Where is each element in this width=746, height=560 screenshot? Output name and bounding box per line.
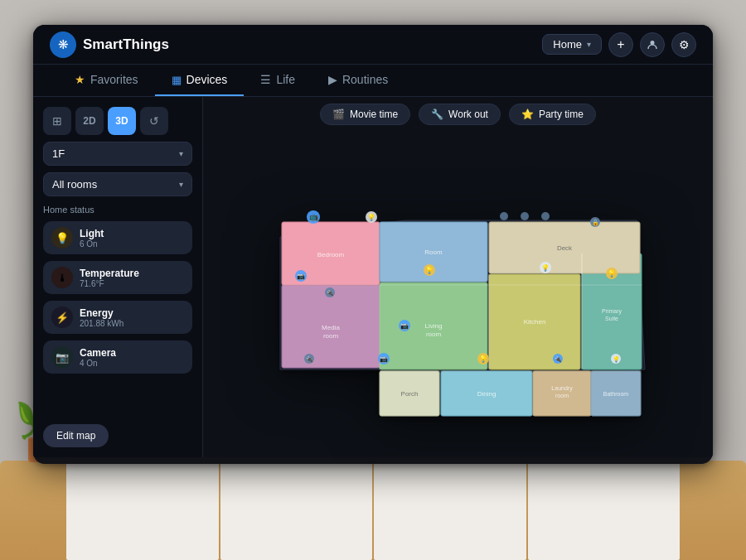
sidebar: ⊞ 2D 3D ↺ 1F ▾ All rooms ▾ Home status — [33, 97, 203, 457]
svg-point-63 — [500, 212, 508, 220]
light-icon: 💡 — [51, 227, 73, 249]
home-label: Home — [553, 38, 582, 51]
workout-icon: 🔧 — [431, 109, 443, 120]
home-status-title: Home status — [43, 205, 192, 215]
life-icon: ☰ — [260, 73, 271, 86]
status-card-light[interactable]: 💡 Light 6 On — [43, 221, 192, 254]
main-content: ⊞ 2D 3D ↺ 1F ▾ All rooms ▾ Home status — [33, 97, 713, 457]
tab-favorites[interactable]: ★ Favorites — [58, 65, 155, 96]
svg-text:Primary: Primary — [601, 308, 622, 315]
svg-text:room: room — [322, 332, 338, 340]
party-time-button[interactable]: ⭐ Party time — [509, 104, 596, 125]
status-card-temp[interactable]: 🌡 Temperature 71.6°F — [43, 261, 192, 294]
2d-view-button[interactable]: 2D — [75, 107, 104, 135]
tab-routines[interactable]: ▶ Routines — [312, 65, 404, 96]
svg-text:🔒: 🔒 — [591, 219, 598, 226]
light-info: Light 6 On — [80, 228, 104, 249]
svg-text:💡: 💡 — [612, 355, 619, 363]
svg-text:Suite: Suite — [605, 316, 618, 321]
svg-text:💡: 💡 — [608, 269, 616, 278]
svg-text:Living: Living — [424, 322, 442, 330]
svg-text:📷: 📷 — [297, 272, 305, 280]
svg-text:🔌: 🔌 — [326, 289, 333, 297]
temp-info: Temperature 71.6°F — [80, 268, 139, 288]
tab-routines-label: Routines — [342, 73, 388, 86]
3d-view-button[interactable]: 3D — [108, 107, 136, 135]
header-actions: Home ▾ + ⚙ — [542, 32, 696, 57]
home-selector[interactable]: Home ▾ — [542, 34, 602, 55]
routines-icon: ▶ — [328, 73, 337, 86]
tab-favorites-label: Favorites — [90, 73, 138, 86]
favorites-icon: ★ — [75, 73, 85, 86]
tab-life[interactable]: ☰ Life — [244, 65, 312, 96]
energy-info: Energy 201.88 kWh — [80, 307, 124, 328]
temp-label: Temperature — [80, 268, 139, 279]
svg-text:🔌: 🔌 — [554, 355, 561, 363]
profile-button[interactable] — [640, 32, 665, 57]
status-card-camera[interactable]: 📷 Camera 4 On — [43, 340, 192, 374]
light-value: 6 On — [80, 239, 104, 249]
svg-text:Bathroom: Bathroom — [603, 391, 628, 397]
history-view-button[interactable]: ↺ — [140, 107, 168, 135]
tab-devices-label: Devices — [186, 73, 228, 86]
floor-selector[interactable]: 1F ▾ — [43, 142, 192, 166]
camera-icon: 📷 — [51, 346, 73, 368]
scene-bar: 🎬 Movie time 🔧 Work out ⭐ Party time — [203, 97, 713, 132]
devices-icon: ▦ — [172, 74, 182, 86]
room-dropdown-icon: ▾ — [179, 180, 183, 189]
add-button[interactable]: + — [608, 32, 633, 57]
workout-button[interactable]: 🔧 Work out — [419, 104, 501, 125]
header: ❋ SmartThings Home ▾ + ⚙ — [33, 25, 713, 65]
movie-time-button[interactable]: 🎬 Movie time — [320, 104, 410, 125]
map-area: 🎬 Movie time 🔧 Work out ⭐ Party time — [203, 97, 713, 457]
room-selector[interactable]: All rooms ▾ — [43, 172, 192, 196]
temp-icon: 🌡 — [51, 267, 73, 288]
party-label: Party time — [539, 109, 584, 120]
svg-text:📷: 📷 — [400, 321, 409, 330]
temp-value: 71.6°F — [80, 279, 139, 288]
svg-text:💡: 💡 — [479, 355, 487, 363]
floor-dropdown-icon: ▾ — [179, 149, 183, 158]
tab-devices[interactable]: ▦ Devices — [155, 65, 245, 96]
energy-label: Energy — [80, 307, 124, 319]
camera-label: Camera — [80, 347, 116, 359]
camera-value: 4 On — [80, 359, 116, 368]
svg-text:💡: 💡 — [425, 266, 434, 274]
floor-value: 1F — [52, 147, 65, 160]
status-card-energy[interactable]: ⚡ Energy 201.88 kWh — [43, 301, 192, 334]
svg-text:Room: Room — [424, 249, 443, 256]
energy-icon: ⚡ — [51, 307, 73, 328]
edit-map-button[interactable]: Edit map — [43, 424, 109, 447]
grid-view-button[interactable]: ⊞ — [43, 107, 71, 135]
party-icon: ⭐ — [521, 109, 534, 120]
svg-text:📺: 📺 — [308, 212, 318, 222]
view-controls: ⊞ 2D 3D ↺ — [43, 107, 192, 135]
energy-value: 201.88 kWh — [80, 319, 124, 328]
app-name: SmartThings — [83, 36, 169, 53]
movie-label: Movie time — [350, 109, 398, 120]
svg-text:Kitchen: Kitchen — [523, 318, 545, 326]
home-dropdown-icon: ▾ — [587, 40, 591, 49]
movie-icon: 🎬 — [332, 109, 345, 120]
svg-text:💡: 💡 — [541, 263, 550, 272]
svg-text:room: room — [425, 331, 441, 338]
nav-tabs: ★ Favorites ▦ Devices ☰ Life ▶ Routines — [33, 65, 713, 97]
svg-text:🔌: 🔌 — [305, 355, 312, 363]
floor-plan-container: Media room Living room Kitchen — [203, 132, 713, 457]
settings-button[interactable]: ⚙ — [671, 32, 696, 57]
floor-plan: Media room Living room Kitchen — [239, 154, 678, 427]
svg-text:Deck: Deck — [556, 244, 572, 252]
logo-icon: ❋ — [50, 31, 76, 58]
svg-text:Porch: Porch — [400, 390, 418, 398]
room-value: All rooms — [52, 178, 97, 191]
camera-info: Camera 4 On — [80, 347, 116, 368]
svg-text:Bedroom: Bedroom — [317, 251, 344, 258]
svg-text:💡: 💡 — [367, 213, 375, 221]
light-label: Light — [80, 228, 104, 239]
profile-icon — [647, 39, 658, 51]
floor-plan-svg: Media room Living room Kitchen — [239, 154, 678, 427]
svg-text:Media: Media — [322, 324, 340, 331]
svg-text:Dining: Dining — [477, 390, 496, 398]
svg-text:Laundry: Laundry — [551, 385, 573, 392]
workout-label: Work out — [448, 109, 488, 120]
